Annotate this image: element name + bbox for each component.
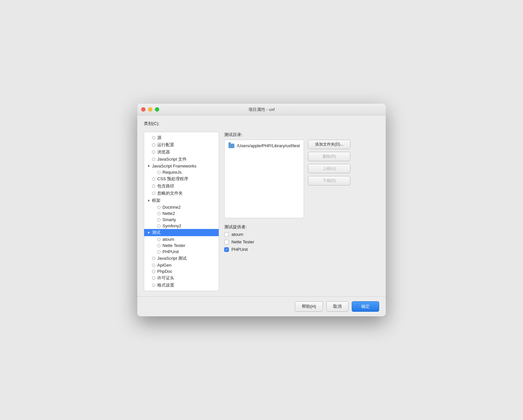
sidebar-item-label: 许可证头 [157, 275, 174, 281]
providers-label: 测试提供者: [224, 224, 379, 230]
window-title: 项目属性 - uxf [248, 107, 275, 113]
tree-dot-icon [152, 177, 155, 181]
atoum-label: atoum [231, 232, 243, 237]
tree-dot-icon [152, 143, 155, 147]
tree-dot-icon [152, 276, 155, 280]
sidebar-item-nette2[interactable]: Nette2 [144, 210, 219, 217]
window-body: 类别(C): 源运行配置浏览器JavaScript 文件▼JavaScript … [137, 115, 386, 296]
sidebar-item-browser[interactable]: 浏览器 [144, 149, 219, 156]
tree-dot-icon [152, 270, 155, 273]
tree-dot-icon [152, 150, 155, 154]
sidebar-item-format-settings[interactable]: 格式设置 [144, 282, 219, 289]
sidebar-item-apigen[interactable]: ApiGen [144, 262, 219, 268]
close-button[interactable] [141, 107, 145, 112]
sidebar-item-ignored-folders[interactable]: 忽略的文件夹 [144, 190, 219, 197]
test-dir-label: 测试目录: [224, 132, 379, 138]
dir-list[interactable]: /Users/apple/PHP/Library/uxf/test [224, 140, 304, 218]
sidebar-item-label: atoum [162, 237, 174, 242]
tree-dot-icon [152, 136, 155, 139]
folder-icon [228, 144, 234, 148]
sidebar-item-label: ApiGen [157, 263, 171, 268]
sidebar-item-nette-tester[interactable]: Nette Tester [144, 242, 219, 249]
tree-dot-icon [157, 250, 160, 254]
sidebar-item-run-config[interactable]: 运行配置 [144, 141, 219, 149]
sidebar-item-label: Nette Tester [162, 243, 185, 248]
sidebar-item-label: 运行配置 [157, 142, 174, 148]
sidebar-item-phpdoc[interactable]: PhpDoc [144, 268, 219, 274]
nette-tester-label: Nette Tester [231, 239, 254, 244]
tree-dot-icon [152, 257, 155, 260]
tree-dot-icon [157, 238, 160, 241]
project-properties-dialog: 项目属性 - uxf 类别(C): 源运行配置浏览器JavaScript 文件▼… [137, 104, 386, 316]
cancel-button[interactable]: 取消 [326, 301, 348, 312]
tree-dot-icon [157, 206, 160, 209]
ok-button[interactable]: 确定 [352, 301, 379, 312]
right-panel: 测试目录: /Users/apple/PHP/Library/uxf/test … [224, 132, 379, 291]
tree-dot-icon [157, 218, 160, 221]
test-dir-section: 测试目录: /Users/apple/PHP/Library/uxf/test … [224, 132, 379, 218]
phpunit-checkbox[interactable]: ✓ [224, 247, 229, 252]
tree-dot-icon [157, 244, 160, 247]
sidebar-item-css-preprocessors[interactable]: CSS 预处理程序 [144, 175, 219, 183]
title-bar: 项目属性 - uxf [137, 104, 386, 115]
sidebar-item-label: 格式设置 [157, 282, 174, 288]
provider-atoum-row[interactable]: atoum [224, 232, 379, 237]
sidebar-item-js-test[interactable]: JavaScript 测试 [144, 255, 219, 262]
provider-phpunit-row[interactable]: ✓ PHPUnit [224, 247, 379, 252]
sidebar-item-label: RequireJs [162, 170, 182, 175]
window-controls [141, 107, 159, 112]
tree-dot-icon [152, 284, 155, 287]
sidebar-item-license-header[interactable]: 许可证头 [144, 274, 219, 282]
move-down-button[interactable]: 下移(D) [308, 176, 350, 185]
providers-section: 测试提供者: atoum Nette Tester ✓ PHPUnit [224, 224, 379, 254]
sidebar-item-label: Smarty [162, 217, 176, 222]
sidebar-item-label: JavaScript 测试 [157, 255, 187, 261]
sidebar-item-label: 包含路径 [157, 183, 174, 189]
category-label: 类别(C): [144, 121, 379, 127]
delete-button[interactable]: 删除(R) [308, 152, 350, 161]
add-folder-button[interactable]: 添加文件夹(D)... [308, 140, 350, 149]
sidebar-item-test[interactable]: ▼测试 [144, 229, 219, 236]
sidebar-item-include-path[interactable]: 包含路径 [144, 183, 219, 190]
arrow-icon: ▼ [147, 199, 151, 202]
atoum-checkbox[interactable] [224, 232, 229, 237]
maximize-button[interactable] [155, 107, 159, 112]
dir-item[interactable]: /Users/apple/PHP/Library/uxf/test [227, 142, 302, 149]
sidebar-item-requirejs[interactable]: RequireJs [144, 169, 219, 175]
tree-dot-icon [152, 264, 155, 267]
sidebar-item-framework[interactable]: ▼框架 [144, 197, 219, 204]
sidebar-item-label: Nette2 [162, 211, 175, 216]
arrow-icon: ▼ [147, 164, 151, 168]
sidebar-item-label: PhpDoc [157, 269, 172, 274]
tree-dot-icon [152, 184, 155, 188]
provider-nette-tester-row[interactable]: Nette Tester [224, 239, 379, 244]
tree-dot-icon [152, 158, 155, 161]
nette-tester-checkbox[interactable] [224, 240, 229, 244]
sidebar-item-phpunit[interactable]: PHPUnit [144, 249, 219, 255]
sidebar-item-label: CSS 预处理程序 [157, 176, 188, 182]
tree-dot-icon [157, 171, 160, 174]
sidebar-item-label: JavaScript 文件 [157, 156, 187, 162]
move-up-button[interactable]: 上移(U) [308, 164, 350, 173]
sidebar-item-smarty[interactable]: Smarty [144, 217, 219, 223]
sidebar-item-label: Symfony2 [162, 223, 181, 228]
sidebar-item-atoum[interactable]: atoum [144, 236, 219, 242]
sidebar-item-label: Doctrine2 [162, 205, 181, 210]
sidebar-item-label: 忽略的文件夹 [157, 190, 183, 196]
sidebar-item-js-files[interactable]: JavaScript 文件 [144, 156, 219, 163]
phpunit-label: PHPUnit [231, 247, 248, 252]
sidebar-item-doctrine2[interactable]: Doctrine2 [144, 204, 219, 210]
sidebar-item-label: PHPUnit [162, 249, 179, 254]
sidebar-item-label: 浏览器 [157, 149, 170, 155]
main-content: 源运行配置浏览器JavaScript 文件▼JavaScript Framewo… [144, 132, 379, 291]
help-button[interactable]: 帮助(H) [295, 301, 323, 312]
category-tree[interactable]: 源运行配置浏览器JavaScript 文件▼JavaScript Framewo… [144, 132, 219, 291]
dir-path: /Users/apple/PHP/Library/uxf/test [237, 143, 300, 148]
tree-dot-icon [157, 212, 160, 215]
sidebar-item-symfony2[interactable]: Symfony2 [144, 223, 219, 229]
sidebar-item-js-frameworks[interactable]: ▼JavaScript Frameworks [144, 163, 219, 169]
tree-dot-icon [157, 224, 160, 228]
side-buttons: 添加文件夹(D)... 删除(R) 上移(U) 下移(D) [308, 140, 350, 218]
sidebar-item-yuan[interactable]: 源 [144, 134, 219, 141]
minimize-button[interactable] [148, 107, 152, 112]
